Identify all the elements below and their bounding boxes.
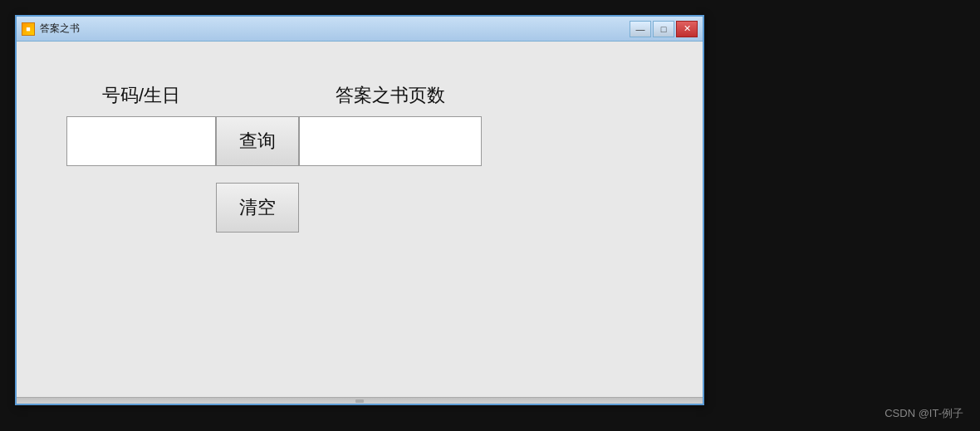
minimize-button[interactable]: — <box>630 21 651 37</box>
inputs-row: 查询 <box>66 116 653 166</box>
window-controls: — □ ✕ <box>630 21 698 37</box>
output-label: 答案之书页数 <box>299 83 482 108</box>
clear-button[interactable]: 清空 <box>216 183 299 233</box>
query-button[interactable]: 查询 <box>216 116 299 166</box>
csdn-watermark: CSDN @IT-例子 <box>884 406 963 421</box>
window-content: 号码/生日 答案之书页数 查询 清空 <box>17 42 703 397</box>
title-bar-left: ■ 答案之书 <box>22 22 80 36</box>
clear-row: 清空 <box>66 183 653 233</box>
title-bar: ■ 答案之书 — □ ✕ <box>17 17 703 42</box>
input-label: 号码/生日 <box>66 83 216 108</box>
app-window: ■ 答案之书 — □ ✕ 号码/生日 答案之书页数 查询 清空 <box>15 15 704 405</box>
window-bottom-bar <box>17 397 703 404</box>
resize-handle <box>355 399 364 403</box>
window-title: 答案之书 <box>40 22 80 36</box>
app-icon-symbol: ■ <box>26 25 30 33</box>
query-input[interactable] <box>66 116 216 166</box>
labels-row: 号码/生日 答案之书页数 <box>66 83 653 108</box>
maximize-button[interactable]: □ <box>653 21 674 37</box>
result-output[interactable] <box>299 116 482 166</box>
close-button[interactable]: ✕ <box>676 21 698 37</box>
app-icon: ■ <box>22 22 35 36</box>
